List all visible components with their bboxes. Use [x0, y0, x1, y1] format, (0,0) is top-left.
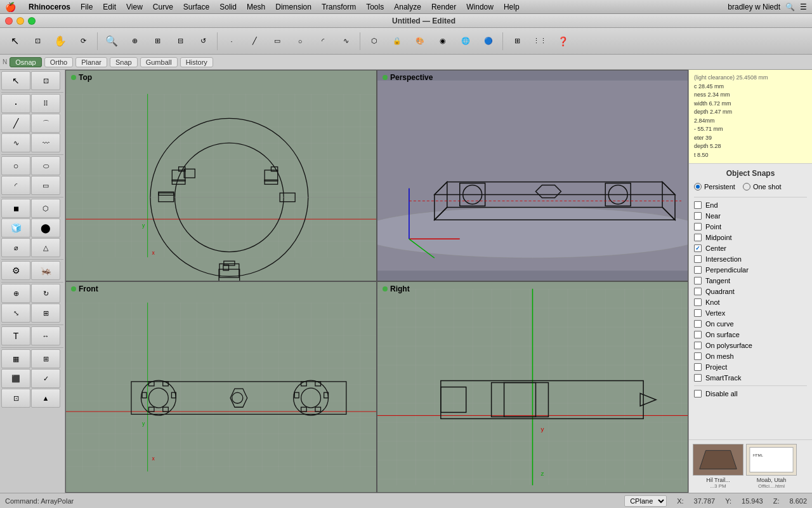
mirror-lt[interactable]: ⊞ [31, 304, 60, 323]
checkbox-quadrant[interactable] [694, 288, 702, 295]
circle-lt[interactable]: ○ [1, 156, 30, 175]
extrude-tool[interactable]: ⬡ [363, 30, 385, 52]
menu-rhinoceros[interactable]: Rhinoceros [23, 3, 75, 11]
menu-file[interactable]: File [75, 3, 98, 11]
apple-menu[interactable]: 🍎 [5, 2, 16, 12]
pan-tool[interactable]: ✋ [49, 30, 71, 52]
close-button[interactable] [5, 17, 13, 25]
hatch-lt[interactable]: ▦ [1, 349, 30, 368]
check-lt[interactable]: ✓ [31, 369, 60, 388]
menu-surface[interactable]: Surface [178, 3, 214, 11]
menu-tools[interactable]: Tools [361, 3, 389, 11]
osnap-end[interactable]: End [694, 201, 807, 209]
point-lt[interactable]: · [1, 94, 30, 113]
lock-tool[interactable]: 🔒 [386, 30, 408, 52]
checkbox-onmesh[interactable] [694, 352, 702, 360]
rotate-lt[interactable]: ↻ [31, 284, 60, 303]
menu-help[interactable]: Help [499, 3, 525, 11]
material-tool[interactable]: ◉ [432, 30, 454, 52]
menu-dimension[interactable]: Dimension [270, 3, 317, 11]
osnap-project[interactable]: Project [694, 363, 807, 371]
menu-analyze[interactable]: Analyze [389, 3, 426, 11]
freeform-curve-tool[interactable]: ∿ [335, 30, 357, 52]
freeform-lt[interactable]: ∿ [1, 133, 30, 152]
osnap-onmesh[interactable]: On mesh [694, 352, 807, 360]
osnap-near[interactable]: Near [694, 212, 807, 220]
osnap-knot[interactable]: Knot [694, 298, 807, 306]
menu-view[interactable]: View [121, 3, 148, 11]
radio-oneshot[interactable]: One shot [743, 183, 782, 190]
minimize-button[interactable] [16, 17, 24, 25]
tri-lt[interactable]: ▲ [31, 389, 60, 408]
drag-lt[interactable]: ⊡ [31, 71, 60, 90]
checkbox-disable-all[interactable] [694, 390, 702, 398]
help-btn[interactable]: ❓ [552, 30, 573, 52]
search-icon[interactable]: 🔍 [785, 3, 795, 11]
menu-window[interactable]: Window [461, 3, 499, 11]
checkbox-midpoint[interactable] [694, 234, 702, 241]
checkbox-smarttrack[interactable] [694, 374, 702, 382]
zoom-window[interactable]: ⊕ [124, 30, 145, 52]
viewport-perspective[interactable]: Perspective [377, 70, 688, 281]
menu-edit[interactable]: Edit [98, 3, 121, 11]
box-lt[interactable]: 🧊 [1, 218, 30, 237]
checkbox-intersection[interactable] [694, 255, 702, 263]
history-btn[interactable]: History [180, 57, 213, 67]
checkbox-onsurface[interactable] [694, 331, 702, 338]
paint-tool[interactable]: 🎨 [409, 30, 431, 52]
menu-transform[interactable]: Transform [317, 3, 361, 11]
checkbox-tangent[interactable] [694, 277, 702, 284]
loft-lt[interactable]: ⬡ [31, 199, 60, 218]
snap-lt[interactable]: ⊡ [1, 389, 30, 408]
ortho-btn[interactable]: Ortho [44, 57, 74, 67]
radio-persistent[interactable]: Persistent [694, 183, 735, 190]
line-tool[interactable]: ╱ [244, 30, 265, 52]
select-window-tool[interactable]: ⊡ [27, 30, 48, 52]
menu-curve[interactable]: Curve [148, 3, 178, 11]
checkbox-onpolysurface[interactable] [694, 342, 702, 349]
checkbox-project[interactable] [694, 363, 702, 371]
rectangle-tool[interactable]: ▭ [266, 30, 288, 52]
maximize-button[interactable] [28, 17, 36, 25]
zoom-extents[interactable]: ⊞ [147, 30, 168, 52]
osnap-tangent[interactable]: Tangent [694, 277, 807, 284]
menu-mesh[interactable]: Mesh [242, 3, 270, 11]
zoom-tool[interactable]: 🔍 [101, 30, 122, 52]
snap-btn[interactable]: Snap [110, 57, 138, 67]
viewport-right[interactable]: Right [377, 281, 688, 493]
group-lt[interactable]: ⬛ [1, 369, 30, 388]
render-sphere[interactable]: 🌐 [455, 30, 476, 52]
gear-lt[interactable]: ⚙ [1, 261, 30, 280]
checkbox-oncurve[interactable] [694, 320, 702, 328]
polyline-lt[interactable]: ⌒ [31, 114, 60, 133]
cplane-select[interactable]: CPlane [624, 495, 667, 507]
osnap-intersection[interactable]: Intersection [694, 255, 807, 263]
move-lt[interactable]: ⊕ [1, 284, 30, 303]
grid-tool[interactable]: ⊞ [506, 30, 528, 52]
arc-tool[interactable]: ◜ [312, 30, 334, 52]
osnap-point[interactable]: Point [694, 223, 807, 231]
thumb-img-1[interactable] [693, 444, 743, 476]
osnap-perpendicular[interactable]: Perpendicular [694, 266, 807, 274]
text-lt[interactable]: T [1, 326, 30, 345]
checkbox-near[interactable] [694, 212, 702, 220]
radio-oneshot-circle[interactable] [743, 183, 750, 190]
point-tool[interactable]: · [221, 30, 242, 52]
osnap-midpoint[interactable]: Midpoint [694, 234, 807, 241]
checkbox-vertex[interactable] [694, 309, 702, 317]
block-lt[interactable]: ⊞ [31, 349, 60, 368]
undo-view[interactable]: ↺ [192, 30, 214, 52]
thumb-2[interactable]: HTML Moab, Utah Offici....html [746, 444, 797, 489]
osnap-oncurve[interactable]: On curve [694, 320, 807, 328]
scale-lt[interactable]: ⤡ [1, 304, 30, 323]
array-tool[interactable]: ⋮⋮ [529, 30, 551, 52]
viewport-front[interactable]: Front [65, 281, 377, 493]
planar-btn[interactable]: Planar [75, 57, 107, 67]
rect-lt[interactable]: ▭ [31, 176, 60, 195]
osnap-disable-all[interactable]: Disable all [694, 390, 807, 398]
menu-solid[interactable]: Solid [214, 3, 242, 11]
osnap-smarttrack[interactable]: SmartTrack [694, 374, 807, 382]
osnap-onsurface[interactable]: On surface [694, 331, 807, 338]
radio-persistent-circle[interactable] [694, 183, 702, 190]
cone-lt[interactable]: △ [31, 238, 60, 257]
